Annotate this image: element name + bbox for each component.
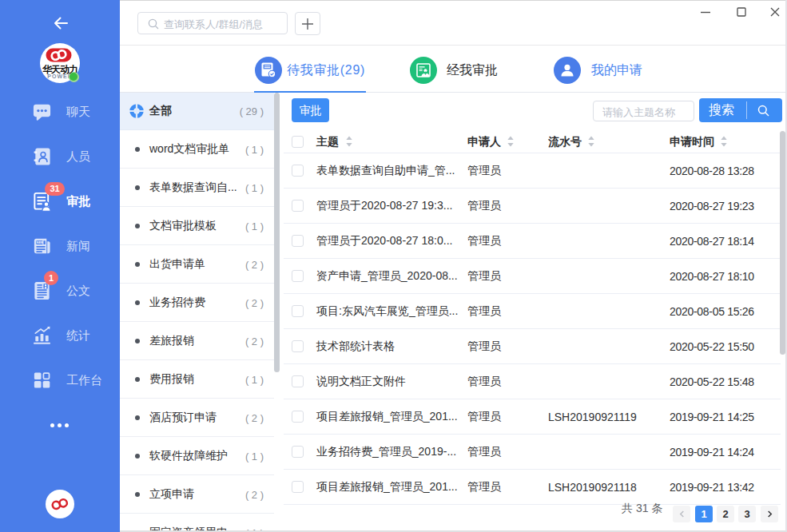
svg-text:NEW: NEW — [37, 241, 44, 244]
